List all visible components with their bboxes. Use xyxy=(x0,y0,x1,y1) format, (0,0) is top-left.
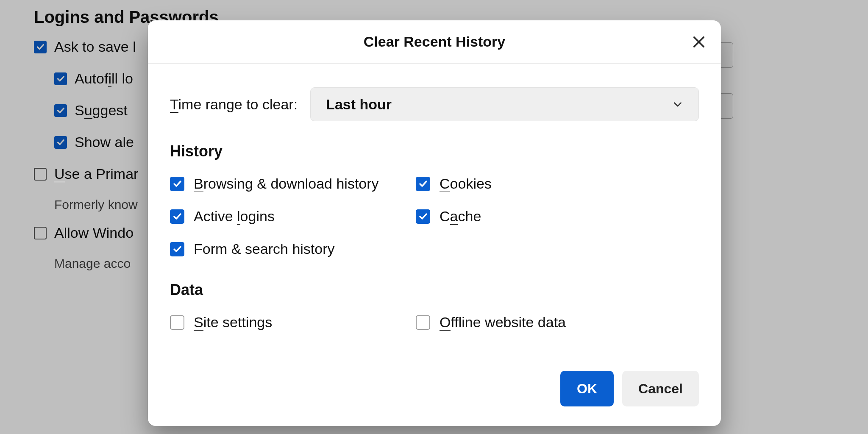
section-history-title: History xyxy=(170,142,699,160)
ok-button[interactable]: OK xyxy=(560,371,614,406)
checkbox-browsing-history[interactable]: Browsing & download history xyxy=(170,175,416,192)
checkbox-icon[interactable] xyxy=(170,242,184,256)
checkbox-label: Browsing & download history xyxy=(194,175,379,192)
checkbox-cookies[interactable]: Cookies xyxy=(416,175,699,192)
dialog-footer: OK Cancel xyxy=(148,371,721,426)
dialog-body: Time range to clear: Last hour History B… xyxy=(148,64,721,348)
checkbox-label: Active logins xyxy=(194,208,275,225)
time-range-row: Time range to clear: Last hour xyxy=(170,87,699,121)
dialog-header: Clear Recent History xyxy=(148,20,721,64)
chevron-down-icon xyxy=(672,99,683,110)
close-icon xyxy=(692,35,706,49)
checkbox-form-search-history[interactable]: Form & search history xyxy=(170,241,416,257)
data-checkbox-grid: Site settings Offline website data xyxy=(170,314,699,331)
clear-history-dialog: Clear Recent History Time range to clear… xyxy=(148,20,721,426)
time-range-label: Time range to clear: xyxy=(170,96,298,113)
close-button[interactable] xyxy=(687,30,711,54)
checkbox-icon[interactable] xyxy=(170,315,184,330)
history-checkbox-grid: Browsing & download history Cookies Acti… xyxy=(170,175,699,257)
time-range-value: Last hour xyxy=(326,96,392,113)
section-data-title: Data xyxy=(170,281,699,299)
checkbox-offline-data[interactable]: Offline website data xyxy=(416,314,699,331)
checkbox-label: Cache xyxy=(440,208,481,225)
checkbox-icon[interactable] xyxy=(416,315,430,330)
time-range-select[interactable]: Last hour xyxy=(310,87,699,121)
checkbox-icon[interactable] xyxy=(416,209,430,224)
checkbox-icon[interactable] xyxy=(416,177,430,191)
checkbox-icon[interactable] xyxy=(170,209,184,224)
checkbox-label: Cookies xyxy=(440,175,492,192)
dialog-title: Clear Recent History xyxy=(364,33,505,50)
checkbox-label: Form & search history xyxy=(194,241,335,257)
checkbox-label: Offline website data xyxy=(440,314,566,331)
checkbox-icon[interactable] xyxy=(170,177,184,191)
checkbox-active-logins[interactable]: Active logins xyxy=(170,208,416,225)
cancel-button[interactable]: Cancel xyxy=(622,371,699,406)
checkbox-cache[interactable]: Cache xyxy=(416,208,699,225)
checkbox-site-settings[interactable]: Site settings xyxy=(170,314,416,331)
checkbox-label: Site settings xyxy=(194,314,272,331)
